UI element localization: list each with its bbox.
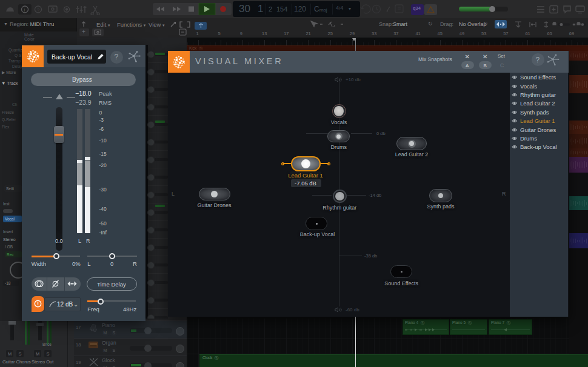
svg-text:?: ? [37,7,40,13]
svg-text:i: i [24,7,25,13]
